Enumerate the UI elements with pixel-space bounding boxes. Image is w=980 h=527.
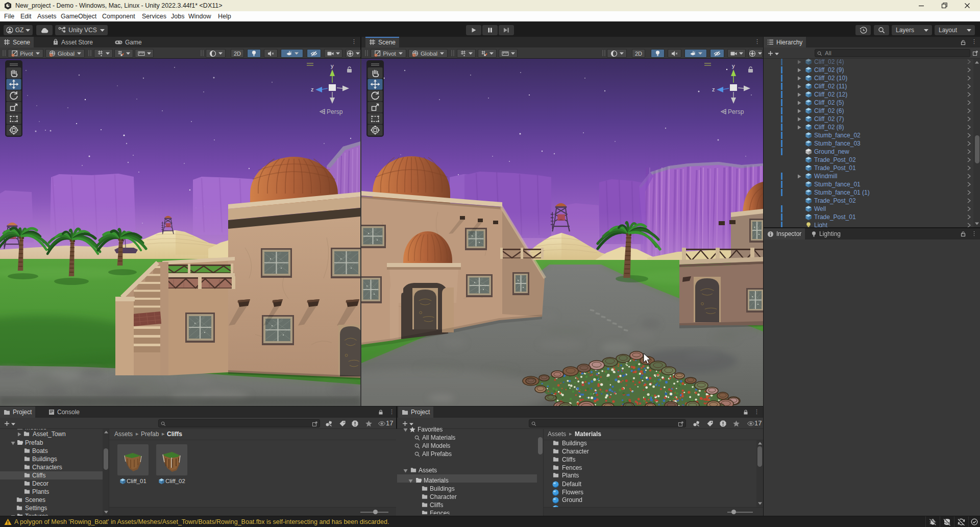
- svg-text:y: y: [732, 63, 735, 69]
- svg-text:z: z: [712, 86, 715, 92]
- svg-text:Persp: Persp: [728, 108, 744, 115]
- svg-text:z: z: [311, 86, 314, 92]
- svg-text:y: y: [331, 63, 334, 69]
- svg-text:Persp: Persp: [327, 108, 343, 115]
